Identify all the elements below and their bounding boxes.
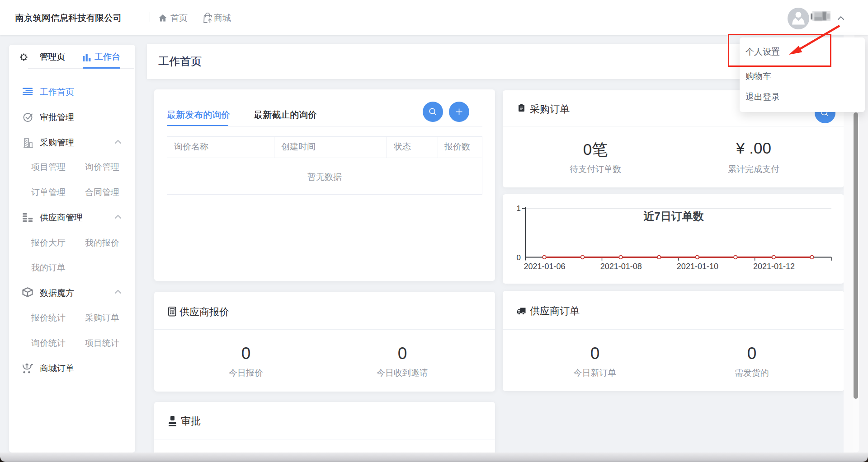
svg-text:2021-01-10: 2021-01-10 (677, 262, 718, 271)
svg-text:2021-01-12: 2021-01-12 (753, 262, 795, 271)
svg-text:1: 1 (517, 204, 521, 213)
svg-text:2021-01-06: 2021-01-06 (524, 262, 566, 271)
svg-text:近7日订单数: 近7日订单数 (643, 210, 704, 222)
svg-text:2021-01-08: 2021-01-08 (600, 262, 642, 271)
svg-text:0: 0 (517, 253, 521, 262)
